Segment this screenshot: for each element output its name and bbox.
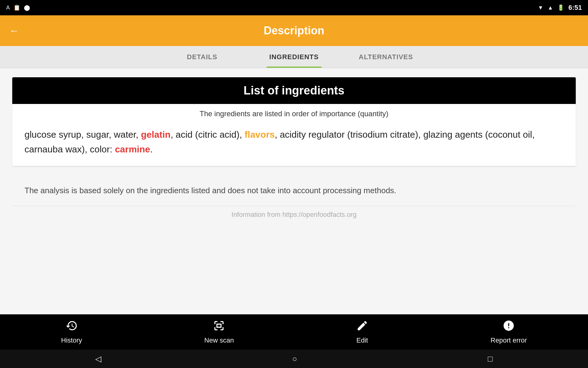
nav-report-error[interactable]: Report error — [491, 320, 527, 344]
ingredient-gelatin: gelatin — [141, 129, 171, 140]
back-button[interactable]: ← — [9, 25, 19, 36]
nav-report-error-label: Report error — [491, 336, 527, 344]
notification-icon-circle: ⬤ — [24, 4, 30, 11]
tab-ingredients[interactable]: INGREDIENTS — [248, 46, 340, 68]
wifi-icon: ▼ — [538, 5, 543, 11]
ingredient-normal-2: , acid (citric acid), — [171, 129, 245, 140]
ingredients-text: glucose syrup, sugar, water, gelatin, ac… — [12, 121, 576, 166]
edit-icon — [356, 320, 368, 335]
nav-new-scan-label: New scan — [204, 336, 234, 344]
ingredients-header: List of ingredients — [12, 77, 576, 104]
info-source: Information from https://openfoodfacts.o… — [12, 206, 576, 223]
notification-icon-a: A — [6, 5, 10, 11]
history-icon — [66, 320, 78, 335]
status-right-icons: ▼ ▲ 🔋 6:51 — [538, 4, 582, 12]
status-left-icons: A 📋 ⬤ — [6, 4, 30, 11]
nav-edit-label: Edit — [356, 336, 368, 344]
page-title: Description — [264, 24, 324, 37]
back-system-button[interactable]: ◁ — [95, 354, 101, 364]
ingredient-carmine: carmine — [115, 144, 150, 154]
tab-details[interactable]: DETAILS — [156, 46, 248, 68]
tabs-bar: DETAILS INGREDIENTS ALTERNATIVES — [0, 46, 588, 68]
main-content: List of ingredients The ingredients are … — [0, 68, 588, 314]
ingredients-subtitle: The ingredients are listed in order of i… — [12, 104, 576, 121]
ingredient-normal-1: glucose syrup, sugar, water, — [24, 129, 141, 140]
nav-edit[interactable]: Edit — [356, 320, 368, 344]
ingredients-card: List of ingredients The ingredients are … — [12, 77, 576, 166]
notification-icon-clip: 📋 — [13, 4, 20, 11]
status-time: 6:51 — [568, 4, 582, 12]
error-icon — [503, 320, 515, 335]
app-bar: ← Description — [0, 15, 588, 46]
signal-icon: ▲ — [548, 5, 553, 11]
system-nav: ◁ ○ □ — [0, 350, 588, 368]
nav-history-label: History — [61, 336, 82, 344]
bottom-nav: History New scan Edit Report error — [0, 314, 588, 350]
status-bar: A 📋 ⬤ ▼ ▲ 🔋 6:51 — [0, 0, 588, 15]
nav-history[interactable]: History — [61, 320, 82, 344]
ingredient-period: . — [150, 144, 153, 154]
scanner-icon — [213, 320, 225, 335]
battery-icon: 🔋 — [557, 4, 564, 11]
nav-new-scan[interactable]: New scan — [204, 320, 234, 344]
home-button[interactable]: ○ — [292, 354, 297, 364]
tab-alternatives[interactable]: ALTERNATIVES — [340, 46, 432, 68]
recent-apps-button[interactable]: □ — [488, 354, 493, 364]
analysis-note: The analysis is based solely on the ingr… — [12, 175, 576, 206]
ingredient-flavors: flavors — [245, 129, 275, 140]
